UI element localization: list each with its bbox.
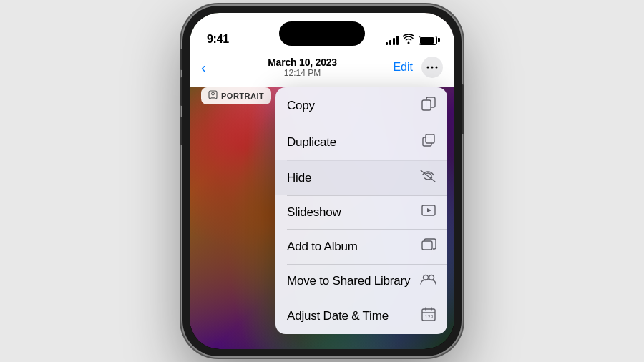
svg-rect-8	[426, 134, 434, 143]
nav-date: March 10, 2023	[212, 57, 394, 68]
context-menu: Copy Duplicate Hide	[275, 87, 447, 334]
phone-screen: 9:41	[190, 13, 454, 349]
portrait-label: PORTRAIT	[221, 92, 264, 100]
menu-item-adjust-date[interactable]: Adjust Date & Time 1 2 3	[275, 298, 447, 334]
nav-title: March 10, 2023 12:14 PM	[212, 57, 394, 78]
shared-library-icon	[420, 273, 436, 288]
menu-item-add-album[interactable]: Add to Album	[275, 229, 447, 264]
portrait-badge: PORTRAIT	[201, 87, 271, 104]
back-button[interactable]: ‹	[201, 59, 206, 76]
adjust-date-icon: 1 2 3	[421, 307, 436, 325]
more-button[interactable]	[421, 57, 443, 78]
slideshow-icon	[421, 205, 436, 220]
mute-switch	[180, 49, 182, 70]
power-button	[462, 84, 464, 134]
svg-rect-6	[422, 100, 431, 110]
nav-time: 12:14 PM	[212, 68, 394, 78]
status-time: 9:41	[207, 33, 229, 46]
menu-item-slideshow[interactable]: Slideshow	[275, 195, 447, 229]
signal-icon	[386, 35, 399, 45]
menu-item-shared-library[interactable]: Move to Shared Library	[275, 264, 447, 298]
menu-item-duplicate[interactable]: Duplicate	[275, 124, 447, 160]
menu-shared-library-label: Move to Shared Library	[287, 274, 410, 288]
battery-icon	[419, 36, 437, 45]
svg-text:3: 3	[431, 315, 434, 319]
volume-up-button	[180, 77, 182, 106]
svg-point-0	[427, 67, 429, 69]
add-album-icon	[421, 238, 436, 255]
nav-actions: Edit	[393, 57, 443, 78]
copy-icon	[421, 97, 436, 114]
menu-slideshow-label: Slideshow	[287, 205, 341, 220]
portrait-icon	[208, 90, 218, 102]
hide-icon	[420, 170, 436, 186]
menu-copy-label: Copy	[287, 99, 315, 113]
menu-item-hide[interactable]: Hide	[275, 160, 447, 195]
menu-duplicate-label: Duplicate	[287, 135, 336, 150]
menu-item-copy[interactable]: Copy	[275, 87, 447, 124]
svg-marker-10	[427, 208, 431, 212]
menu-adjust-date-label: Adjust Date & Time	[287, 309, 389, 323]
navigation-bar: ‹ March 10, 2023 12:14 PM Edit	[190, 52, 454, 83]
svg-point-4	[212, 92, 215, 95]
phone-mockup: 9:41	[182, 6, 462, 356]
duplicate-icon	[421, 133, 436, 151]
svg-rect-11	[422, 241, 432, 250]
status-icons	[386, 34, 437, 46]
edit-button[interactable]: Edit	[393, 61, 413, 74]
dynamic-island	[279, 21, 365, 46]
svg-point-2	[436, 67, 438, 69]
menu-hide-label: Hide	[287, 171, 311, 185]
wifi-icon	[403, 34, 414, 46]
volume-down-button	[180, 117, 182, 145]
menu-add-album-label: Add to Album	[287, 240, 358, 254]
svg-point-1	[431, 67, 434, 69]
